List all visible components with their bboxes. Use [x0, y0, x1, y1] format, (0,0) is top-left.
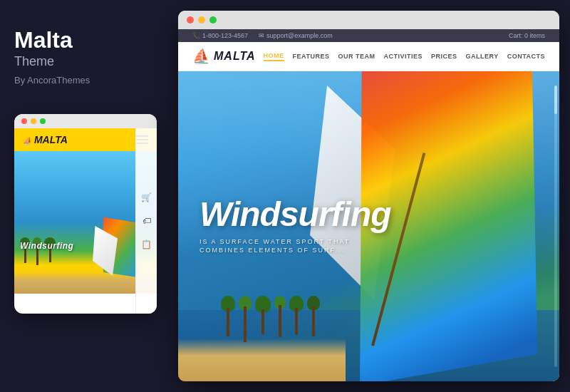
mobile-dot-green — [40, 118, 46, 124]
mobile-browser-bar — [14, 114, 157, 128]
desktop-dot-red — [187, 16, 194, 24]
desktop-nav: ⛵ MALTA HOME FEATURES OUR TEAM ACTIVITIE… — [178, 42, 559, 71]
scroll-thumb[interactable] — [554, 86, 557, 114]
nav-logo: ⛵ MALTA — [192, 48, 256, 65]
mobile-content: ⛵ MALTA — [14, 128, 157, 314]
cart-info: Cart: 0 items — [509, 32, 545, 39]
nav-activities[interactable]: ACTIVITIES — [383, 53, 423, 60]
theme-author: By AncoraThemes — [14, 75, 90, 86]
nav-prices[interactable]: PRICES — [431, 53, 457, 60]
hero-section: Windsurfing IS A SURFACE WATER SPORT THA… — [178, 71, 559, 381]
mobile-preview-card: ⛵ MALTA — [14, 114, 157, 314]
nav-features[interactable]: FEATURES — [293, 53, 330, 60]
nav-contacts[interactable]: CONTACTS — [507, 53, 545, 60]
desktop-dot-yellow — [198, 16, 205, 24]
heart-icon[interactable]: 🏷 — [140, 215, 153, 227]
phone-info: 📞 1-800-123-4567 — [192, 32, 248, 39]
logo-icon: ⛵ — [192, 48, 210, 65]
hero-beach — [178, 339, 346, 381]
nav-home[interactable]: HOME — [264, 52, 284, 61]
desktop-browser-bar — [178, 11, 559, 29]
cart-icon[interactable]: 🛒 — [140, 191, 153, 204]
mobile-icons: 🛒 🏷 📋 — [135, 128, 157, 314]
bg-trees — [221, 296, 320, 342]
box-icon[interactable]: 📋 — [140, 238, 153, 251]
scroll-track[interactable] — [554, 86, 557, 367]
hero-text-container: Windsurfing IS A SURFACE WATER SPORT THA… — [200, 197, 391, 255]
left-panel: Malta Theme By AncoraThemes ⛵ MALTA — [0, 0, 171, 392]
email-info: ✉ support@example.com — [259, 32, 333, 39]
mobile-dot-red — [21, 118, 27, 124]
mobile-dot-yellow — [31, 118, 36, 124]
nav-links: HOME FEATURES OUR TEAM ACTIVITIES PRICES… — [264, 52, 545, 61]
nav-logo-text: MALTA — [214, 50, 256, 63]
theme-label: Theme — [14, 54, 54, 69]
hero-main-title: Windsurfing — [200, 197, 391, 232]
desktop-dot-green — [209, 16, 217, 24]
nav-gallery[interactable]: GALLERY — [465, 53, 498, 60]
theme-name-title: Malta — [14, 29, 73, 51]
mobile-hero-text: Windsurfing — [20, 241, 73, 251]
right-panel: 📞 1-800-123-4567 ✉ support@example.com C… — [171, 0, 570, 392]
mobile-logo: ⛵ MALTA — [23, 134, 68, 145]
hero-subtitle: IS A SURFACE WATER SPORT THAT COMBINES E… — [200, 237, 356, 255]
desktop-website: 📞 1-800-123-4567 ✉ support@example.com C… — [178, 29, 559, 381]
desktop-preview: 📞 1-800-123-4567 ✉ support@example.com C… — [178, 11, 559, 381]
nav-our-team[interactable]: OUR TEAM — [338, 53, 375, 60]
info-bar: 📞 1-800-123-4567 ✉ support@example.com C… — [178, 29, 559, 42]
